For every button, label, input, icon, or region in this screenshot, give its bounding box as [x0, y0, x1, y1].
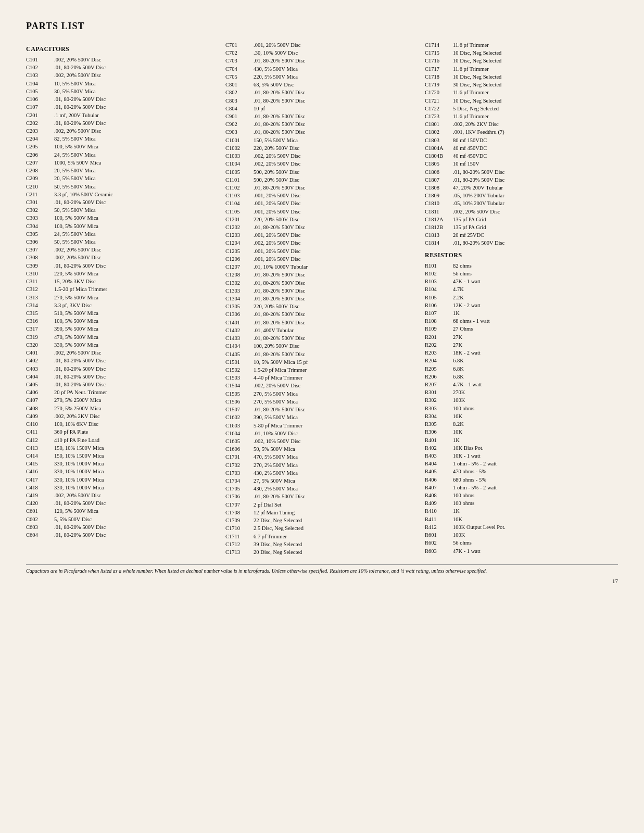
part-desc: .01, 80-20% 500V Disc: [254, 97, 419, 105]
part-desc: 11.6 pf Trimmer: [453, 41, 618, 49]
table-row: C3121.5-20 pf Mica Trimmer: [26, 285, 219, 293]
part-id: C317: [26, 325, 53, 333]
part-desc: .01, 80-20% 500V Disc: [54, 499, 219, 507]
part-desc: 50, 5% 500V Mica: [54, 183, 219, 191]
part-desc: .002, 20% 500V Disc: [254, 160, 419, 168]
part-desc: .001, 20% 500V Disc: [254, 208, 419, 216]
part-desc: 6.8K: [453, 365, 618, 373]
part-id: R301: [425, 388, 452, 396]
table-row: C403.01, 80-20% 500V Disc: [26, 365, 219, 373]
table-row: R408100 ohms: [425, 491, 618, 499]
part-desc: .01, 80-20% 500V Disc: [54, 119, 219, 127]
part-desc: 12 pf Main Tuning: [254, 509, 419, 516]
part-desc: .002, 20% 500V Disc: [54, 349, 219, 357]
part-desc: 10 Disc, Neg Selected: [453, 97, 618, 105]
part-desc: .001, 1KV Feedthru (7): [453, 128, 618, 136]
table-row: C903.01, 80-20% 500V Disc: [225, 128, 419, 136]
part-id: C602: [26, 515, 53, 523]
table-row: C1102.01, 80-20% 500V Disc: [225, 184, 419, 192]
table-row: C201.1 mf, 200V Tubular: [26, 111, 219, 119]
part-desc: .01, 80-20% 500V Disc: [54, 64, 219, 71]
table-row: C405.01, 80-20% 500V Disc: [26, 381, 219, 388]
part-id: C1813: [425, 231, 452, 239]
part-id: C1306: [225, 310, 252, 318]
table-row: R20318K - 2 watt: [425, 349, 618, 357]
part-id: C1404: [225, 342, 252, 350]
part-desc: 1 ohm - 5% - 2 watt: [453, 460, 618, 468]
part-desc: 30, 5% 500V Mica: [54, 87, 219, 95]
part-desc: 10K: [453, 428, 618, 436]
part-desc: 10K: [453, 412, 618, 420]
table-row: C171610 Disc, Neg Selected: [425, 57, 618, 65]
table-row: C408270, 5% 2500V Mica: [26, 405, 219, 412]
table-row: C15034-40 pf Mica Trimmer: [225, 374, 419, 382]
part-desc: .01, 80-20% 500V Disc: [254, 287, 419, 295]
part-id: C1706: [225, 493, 252, 500]
part-id: C1718: [425, 73, 452, 81]
part-id: C1716: [425, 57, 452, 65]
table-row: C412410 pf PA Fine Load: [26, 436, 219, 444]
table-row: C203.002, 20% 500V Disc: [26, 127, 219, 135]
part-desc: .01, 80-20% 500V Disc: [254, 279, 419, 287]
table-row: C304100, 5% 500V Mica: [26, 222, 219, 230]
part-id: C1710: [225, 524, 252, 532]
part-desc: .01, 80-20% 500V Disc: [453, 239, 618, 247]
part-id: C410: [26, 420, 53, 428]
table-row: R10182 ohms: [425, 262, 618, 270]
part-desc: 82, 5% 500V Mica: [54, 135, 219, 143]
table-row: R30410K: [425, 412, 618, 420]
part-desc: 100, 5% 500V Mica: [54, 214, 219, 222]
part-id: C1809: [425, 192, 452, 199]
part-desc: 100 ohms: [453, 405, 618, 412]
part-desc: .05, 10% 200V Tubular: [453, 199, 618, 207]
part-desc: .05, 10% 200V Tubular: [453, 192, 618, 199]
part-desc: 220, 20% 500V Disc: [254, 144, 419, 152]
part-id: C901: [225, 112, 252, 120]
table-row: C410100, 10% 6KV Disc: [26, 420, 219, 428]
part-id: C604: [26, 531, 53, 539]
table-row: C1207.01, 10% 1000V Tubular: [225, 263, 419, 271]
table-row: C407270, 5% 2500V Mica: [26, 396, 219, 404]
table-row: C315510, 5% 500V Mica: [26, 309, 219, 317]
part-desc: 270, 5% 500V Mica: [54, 294, 219, 301]
table-row: C160650, 5% 500V Mica: [225, 445, 419, 453]
part-id: R407: [425, 484, 452, 491]
part-desc: 20, 5% 500V Mica: [54, 167, 219, 174]
table-row: R20127K: [425, 333, 618, 341]
part-id: C205: [26, 143, 53, 150]
part-desc: .01, 80-20% 500V Disc: [54, 523, 219, 531]
main-layout: CAPACITORS C101.002, 20% 500V DiscC102.0…: [26, 41, 618, 556]
part-id: C701: [225, 41, 252, 49]
part-desc: 1K: [453, 507, 618, 515]
table-row: C20482, 5% 500V Mica: [26, 135, 219, 143]
part-desc: .01, 80-20% 500V Disc: [254, 493, 419, 500]
table-row: C901.01, 80-20% 500V Disc: [225, 112, 419, 120]
part-desc: 120, 5% 500V Mica: [54, 507, 219, 515]
part-desc: 10K: [453, 515, 618, 523]
part-id: R201: [425, 333, 452, 341]
table-row: C319470, 5% 500V Mica: [26, 333, 219, 341]
part-desc: 270K: [453, 388, 618, 396]
part-id: C1003: [225, 152, 252, 160]
part-desc: 12K - 2 watt: [453, 301, 618, 309]
part-id: C1709: [225, 516, 252, 524]
part-desc: 27K: [453, 341, 618, 349]
part-desc: 68 ohms - 1 watt: [453, 317, 618, 325]
part-desc: .01, 80-20% 500V Disc: [54, 373, 219, 381]
part-desc: .01, 80-20% 500V Disc: [54, 198, 219, 206]
part-id: C704: [225, 65, 252, 73]
part-id: C802: [225, 89, 252, 96]
table-row: C1201220, 20% 500V Disc: [225, 216, 419, 223]
part-desc: .01, 400V Tubular: [254, 326, 419, 334]
part-desc: 82 ohms: [453, 262, 618, 270]
part-id: C1102: [225, 184, 252, 192]
part-id: C803: [225, 97, 252, 105]
table-row: C1804B40 mf 450VDC: [425, 152, 618, 160]
part-id: R105: [425, 294, 452, 301]
part-desc: 3.3 pf, 10% 500V Ceramic: [54, 191, 219, 198]
table-row: C1706.01, 80-20% 500V Disc: [225, 493, 419, 500]
part-id: C1001: [225, 136, 252, 144]
part-id: C105: [26, 87, 53, 95]
part-desc: 410 pf PA Fine Load: [54, 436, 219, 444]
table-row: C1304.01, 80-20% 500V Disc: [225, 295, 419, 302]
